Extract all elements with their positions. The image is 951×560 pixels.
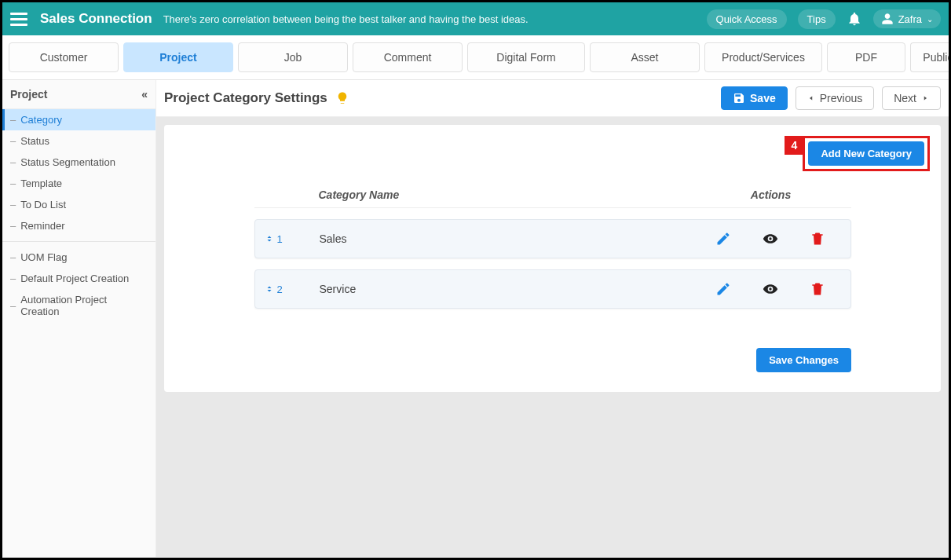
highlight-box: 4 Add New Category [803, 136, 930, 171]
user-menu[interactable]: Zafra ⌄ [873, 9, 941, 28]
sort-handle[interactable]: 2 [265, 284, 296, 295]
tab-asset[interactable]: Asset [590, 42, 700, 72]
previous-button[interactable]: Previous [796, 86, 874, 110]
tab-product-services[interactable]: Product/Services [704, 42, 822, 72]
main-header: Project Category Settings Save Previous … [156, 80, 949, 117]
topbar: Sales Connection There's zero correlatio… [2, 2, 949, 35]
col-actions: Actions [700, 188, 842, 201]
menu-icon[interactable] [10, 9, 29, 28]
tab-job[interactable]: Job [238, 42, 348, 72]
sidebar-item-reminder[interactable]: –Reminder [2, 215, 155, 236]
brand: Sales Connection [40, 11, 152, 27]
trash-icon[interactable] [810, 281, 825, 297]
next-button[interactable]: Next [882, 86, 941, 110]
table-row: 1 Sales [254, 219, 851, 258]
bell-icon[interactable] [847, 11, 862, 27]
highlight-number: 4 [785, 136, 803, 155]
eye-icon[interactable] [763, 281, 778, 297]
save-icon [733, 92, 745, 104]
category-name: Service [296, 283, 700, 295]
table-row: 2 Service [254, 269, 851, 309]
edit-icon[interactable] [715, 281, 731, 297]
category-name: Sales [296, 232, 700, 245]
arrow-right-icon [921, 94, 929, 102]
sort-handle[interactable]: 1 [265, 233, 296, 245]
tab-project[interactable]: Project [123, 42, 233, 72]
trash-icon[interactable] [810, 231, 825, 247]
divider [2, 241, 155, 242]
sidebar-item-todo[interactable]: –To Do List [2, 194, 155, 215]
tagline: There's zero correlation between being t… [163, 13, 529, 25]
sidebar-item-status-segmentation[interactable]: –Status Segmentation [2, 152, 155, 173]
tab-public-form[interactable]: Public Fo [910, 42, 951, 72]
tips-button[interactable]: Tips [798, 9, 836, 29]
tabstrip: Customer Project Job Comment Digital For… [2, 35, 949, 80]
sidebar-header: Project « [2, 80, 155, 109]
category-panel: 4 Add New Category Category Name Actions… [164, 125, 941, 392]
sidebar-item-default-project[interactable]: –Default Project Creation [2, 268, 155, 289]
tab-comment[interactable]: Comment [353, 42, 463, 72]
sort-icon [265, 233, 274, 244]
tab-pdf[interactable]: PDF [827, 42, 905, 72]
page-title: Project Category Settings [164, 90, 327, 106]
save-changes-button[interactable]: Save Changes [756, 348, 851, 372]
user-name: Zafra [898, 13, 922, 25]
lightbulb-icon[interactable] [335, 91, 349, 105]
eye-icon[interactable] [763, 231, 778, 247]
tab-digital-form[interactable]: Digital Form [467, 42, 585, 72]
sidebar-item-category[interactable]: –Category [2, 109, 155, 130]
add-new-category-button[interactable]: Add New Category [808, 141, 924, 166]
save-button[interactable]: Save [721, 86, 788, 110]
sidebar-item-template[interactable]: –Template [2, 173, 155, 194]
chevron-down-icon: ⌄ [927, 15, 933, 24]
main: Project Category Settings Save Previous … [156, 80, 949, 557]
arrow-left-icon [807, 94, 815, 102]
sidebar-item-status[interactable]: –Status [2, 130, 155, 152]
tab-customer[interactable]: Customer [9, 42, 119, 72]
sidebar-item-uom-flag[interactable]: –UOM Flag [2, 247, 155, 268]
sidebar-item-automation-project[interactable]: –Automation Project Creation [2, 289, 155, 322]
sidebar: Project « –Category –Status –Status Segm… [2, 80, 156, 557]
collapse-icon[interactable]: « [141, 88, 148, 101]
sort-icon [265, 284, 274, 295]
sidebar-title: Project [10, 88, 47, 101]
quick-access-button[interactable]: Quick Access [707, 9, 787, 29]
edit-icon[interactable] [715, 231, 731, 247]
col-category-name: Category Name [264, 188, 700, 201]
table-header: Category Name Actions [254, 182, 851, 208]
category-table: Category Name Actions 1 Sales [254, 182, 851, 309]
avatar-icon [881, 13, 894, 25]
